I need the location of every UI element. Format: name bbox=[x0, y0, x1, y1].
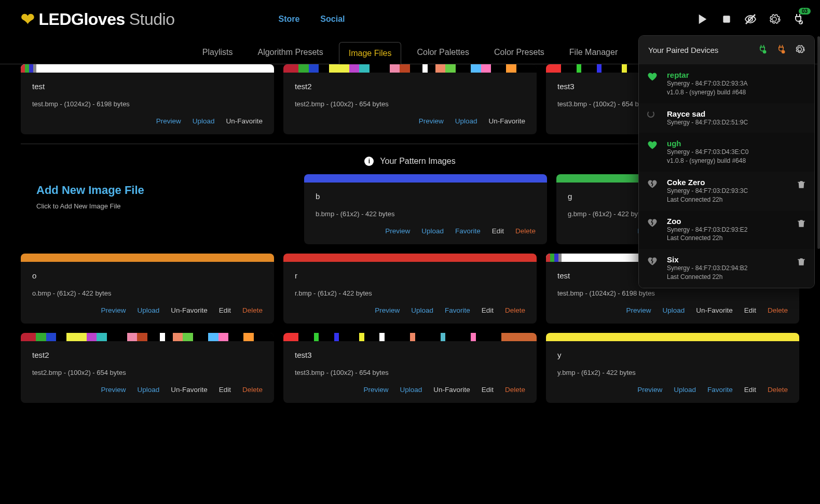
device-row[interactable]: ZooSynergy - 84:F7:03:D2:93:E2Last Conne… bbox=[639, 211, 814, 249]
edit-button[interactable]: Edit bbox=[492, 227, 504, 235]
image-card: rr.bmp - (61x2) - 422 bytesPreviewUpload… bbox=[283, 254, 537, 324]
upload-button[interactable]: Upload bbox=[455, 117, 477, 125]
del-button[interactable]: Delete bbox=[768, 386, 788, 394]
card-title: b bbox=[316, 192, 536, 201]
del-button[interactable]: Delete bbox=[242, 386, 263, 394]
heart-broken-icon bbox=[647, 256, 659, 268]
device-name: Six bbox=[667, 255, 788, 264]
image-card: test2test2.bmp - (100x2) - 654 bytesPrev… bbox=[283, 64, 537, 134]
upload-button[interactable]: Upload bbox=[421, 227, 444, 235]
social-link[interactable]: Social bbox=[320, 15, 345, 24]
preview-button[interactable]: Preview bbox=[637, 386, 662, 394]
image-preview-strip bbox=[21, 254, 274, 262]
delete-device-icon[interactable] bbox=[797, 257, 806, 268]
preview-button[interactable]: Preview bbox=[101, 306, 126, 314]
device-address: Synergy - 84:F7:03:D2:51:9C bbox=[667, 118, 806, 127]
disconnect-all-icon[interactable] bbox=[776, 44, 786, 56]
stop-icon[interactable] bbox=[720, 13, 733, 25]
preview-button[interactable]: Preview bbox=[385, 227, 410, 235]
upload-button[interactable]: Upload bbox=[411, 306, 433, 314]
edit-button[interactable]: Edit bbox=[744, 386, 756, 394]
delete-device-icon[interactable] bbox=[797, 219, 806, 230]
scrollbar-thumb[interactable] bbox=[817, 36, 820, 249]
unfav-button[interactable]: Un-Favorite bbox=[696, 306, 733, 314]
unfav-button[interactable]: Un-Favorite bbox=[433, 386, 470, 394]
del-button[interactable]: Delete bbox=[242, 306, 263, 314]
add-new-image-card[interactable]: Add New Image File Click to Add New Imag… bbox=[21, 174, 295, 254]
fav-button[interactable]: Favorite bbox=[707, 386, 733, 394]
device-row[interactable]: SixSynergy - 84:F7:03:D2:94:B2Last Conne… bbox=[639, 249, 814, 288]
fav-button[interactable]: Favorite bbox=[445, 306, 470, 314]
edit-button[interactable]: Edit bbox=[219, 386, 231, 394]
card-meta: test2.bmp - (100x2) - 654 bytes bbox=[32, 369, 263, 376]
del-button[interactable]: Delete bbox=[505, 306, 525, 314]
card-meta: b.bmp - (61x2) - 422 bytes bbox=[316, 210, 536, 218]
image-preview-strip bbox=[21, 64, 274, 73]
upload-button[interactable]: Upload bbox=[400, 386, 422, 394]
card-meta: test2.bmp - (100x2) - 654 bytes bbox=[295, 100, 525, 108]
device-count-badge: 03 bbox=[799, 8, 811, 15]
del-button[interactable]: Delete bbox=[515, 227, 536, 235]
tab-playlists[interactable]: Playlists bbox=[193, 41, 242, 64]
device-status: Last Connected 22h bbox=[667, 273, 788, 282]
device-row[interactable]: Rayce sadSynergy - 84:F7:03:D2:51:9C bbox=[639, 103, 814, 133]
card-meta: test3.bmp - (100x2) - 654 bytes bbox=[295, 369, 525, 376]
upload-button[interactable]: Upload bbox=[193, 117, 215, 125]
image-preview-strip bbox=[283, 64, 537, 73]
fav-button[interactable]: Favorite bbox=[455, 227, 481, 235]
preview-button[interactable]: Preview bbox=[156, 117, 181, 125]
unfav-button[interactable]: Un-Favorite bbox=[226, 117, 263, 125]
devices-button[interactable]: 03 bbox=[792, 13, 804, 25]
device-row[interactable]: reptarSynergy - 84:F7:03:D2:93:3Av1.0.8 … bbox=[639, 64, 814, 103]
connect-all-icon[interactable] bbox=[757, 44, 768, 56]
unfav-button[interactable]: Un-Favorite bbox=[171, 386, 208, 394]
image-card: test2test2.bmp - (100x2) - 654 bytesPrev… bbox=[21, 333, 274, 403]
tab-image-files[interactable]: Image Files bbox=[339, 42, 402, 64]
preview-button[interactable]: Preview bbox=[363, 386, 388, 394]
device-row[interactable]: Coke ZeroSynergy - 84:F7:03:D2:93:3CLast… bbox=[639, 172, 814, 211]
visibility-off-icon[interactable] bbox=[744, 13, 757, 25]
unfav-button[interactable]: Un-Favorite bbox=[488, 117, 525, 125]
card-meta: r.bmp - (61x2) - 422 bytes bbox=[295, 289, 525, 297]
tab-color-palettes[interactable]: Color Palettes bbox=[407, 41, 479, 64]
preview-button[interactable]: Preview bbox=[626, 306, 651, 314]
card-meta: y.bmp - (61x2) - 422 bytes bbox=[557, 369, 788, 376]
panel-settings-icon[interactable] bbox=[795, 44, 805, 56]
tab-color-presets[interactable]: Color Presets bbox=[485, 41, 554, 64]
image-card: bb.bmp - (61x2) - 422 bytesPreviewUpload… bbox=[304, 174, 547, 244]
tab-file-manager[interactable]: File Manager bbox=[560, 41, 627, 64]
del-button[interactable]: Delete bbox=[505, 386, 525, 394]
unfav-button[interactable]: Un-Favorite bbox=[171, 306, 208, 314]
preview-button[interactable]: Preview bbox=[419, 117, 444, 125]
delete-device-icon[interactable] bbox=[797, 180, 806, 191]
device-status: v1.0.8 - (synergy) build #648 bbox=[667, 157, 806, 165]
upload-button[interactable]: Upload bbox=[137, 386, 159, 394]
del-button[interactable]: Delete bbox=[768, 306, 788, 314]
info-icon[interactable]: i bbox=[364, 157, 374, 166]
edit-button[interactable]: Edit bbox=[482, 306, 494, 314]
device-address: Synergy - 84:F7:03:D2:94:B2 bbox=[667, 264, 788, 273]
image-preview-strip bbox=[546, 333, 799, 341]
store-link[interactable]: Store bbox=[278, 15, 299, 24]
upload-button[interactable]: Upload bbox=[674, 386, 696, 394]
upload-button[interactable]: Upload bbox=[137, 306, 159, 314]
logo-main: LEDGloves bbox=[39, 10, 125, 29]
edit-button[interactable]: Edit bbox=[744, 306, 756, 314]
app-logo: ❤ LEDGloves Studio bbox=[21, 9, 174, 29]
device-status: Last Connected 22h bbox=[667, 195, 788, 204]
image-preview-strip bbox=[304, 174, 547, 183]
tab-algorithm-presets[interactable]: Algorithm Presets bbox=[248, 41, 332, 64]
device-status: Last Connected 22h bbox=[667, 234, 788, 243]
preview-button[interactable]: Preview bbox=[101, 386, 126, 394]
device-row[interactable]: ughSynergy - 84:F7:03:D4:3E:C0v1.0.8 - (… bbox=[639, 133, 814, 172]
image-preview-strip bbox=[21, 333, 274, 341]
settings-icon[interactable] bbox=[768, 13, 781, 25]
play-icon[interactable] bbox=[696, 13, 709, 25]
preview-button[interactable]: Preview bbox=[375, 306, 400, 314]
device-address: Synergy - 84:F7:03:D2:93:3A bbox=[667, 79, 806, 88]
loading-spinner-icon bbox=[647, 110, 659, 118]
card-title: o bbox=[32, 271, 263, 280]
upload-button[interactable]: Upload bbox=[662, 306, 685, 314]
edit-button[interactable]: Edit bbox=[219, 306, 231, 314]
edit-button[interactable]: Edit bbox=[482, 386, 494, 394]
